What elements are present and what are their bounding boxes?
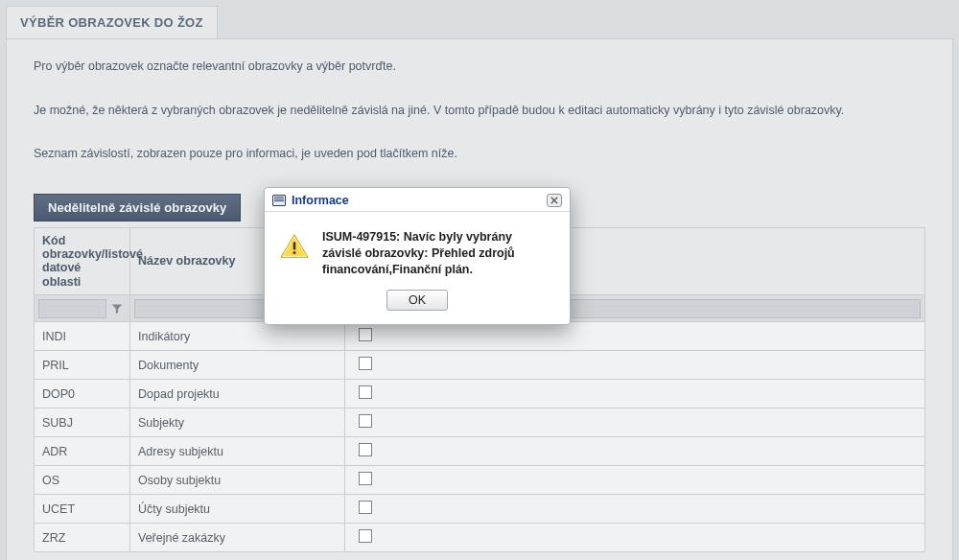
cell-code: PRIL — [35, 351, 130, 380]
cell-check — [345, 351, 925, 380]
cell-code: SUBJ — [35, 408, 130, 437]
row-checkbox[interactable] — [359, 529, 372, 543]
cell-code: DOP0 — [35, 380, 130, 408]
cell-name: Adresy subjektu — [130, 437, 345, 466]
row-checkbox[interactable] — [359, 472, 372, 485]
table-row[interactable]: UCETÚčty subjektu — [35, 495, 925, 524]
row-checkbox[interactable] — [359, 443, 372, 456]
dependent-screens-button[interactable]: Nedělitelně závislé obrazovky — [34, 194, 241, 222]
cell-check — [345, 495, 925, 524]
table-row[interactable]: ADRAdresy subjektu — [35, 437, 925, 466]
table-row[interactable]: INDIIndikátory — [35, 322, 925, 351]
table-row[interactable]: SUBJSubjekty — [35, 408, 925, 437]
cell-check — [345, 466, 925, 495]
svg-rect-0 — [293, 242, 296, 249]
table-row[interactable]: ZRZVeřejné zakázky — [35, 524, 925, 552]
cell-name: Účty subjektu — [130, 495, 345, 524]
cell-code: ADR — [35, 437, 130, 466]
cell-name: Subjekty — [130, 408, 345, 437]
table-row[interactable]: DOP0Dopad projektu — [35, 380, 925, 408]
cell-name: Dopad projektu — [130, 380, 345, 408]
dialog-ok-button[interactable]: OK — [386, 290, 448, 311]
dialog-close-button[interactable] — [547, 194, 562, 207]
cell-name: Dokumenty — [130, 351, 345, 380]
row-checkbox[interactable] — [359, 414, 372, 428]
cell-name: Veřejné zakázky — [130, 524, 345, 552]
intro-p3: Seznam závislostí, zobrazen pouze pro in… — [34, 146, 925, 163]
cell-code: UCET — [35, 495, 130, 524]
row-checkbox[interactable] — [359, 357, 372, 370]
cell-code: OS — [35, 466, 130, 495]
cell-name: Osoby subjektu — [130, 466, 345, 495]
warning-icon — [280, 233, 309, 258]
cell-code: INDI — [35, 322, 130, 351]
tab-header[interactable]: VÝBĚR OBRAZOVEK DO ŽOZ — [6, 6, 218, 38]
row-checkbox[interactable] — [359, 501, 372, 514]
cell-check — [345, 437, 925, 466]
row-checkbox[interactable] — [359, 385, 372, 399]
cell-check — [345, 408, 925, 437]
cell-check — [345, 524, 925, 552]
table-row[interactable]: OSOsoby subjektu — [35, 466, 925, 495]
filter-cell-code — [35, 295, 130, 322]
row-checkbox[interactable] — [359, 328, 372, 341]
filter-code-input[interactable] — [38, 299, 106, 318]
svg-point-1 — [293, 251, 296, 254]
cell-check — [345, 322, 925, 351]
intro-p1: Pro výběr obrazovek označte relevantní o… — [34, 58, 925, 76]
info-dialog: Informace ISUM-497915: Navíc byly vybrán… — [264, 187, 571, 325]
dialog-title: Informace — [292, 194, 541, 207]
info-icon — [272, 195, 286, 206]
funnel-icon[interactable] — [108, 299, 126, 318]
col-header-code[interactable]: Kód obrazovky/listové datové oblasti — [35, 227, 130, 295]
table-row[interactable]: PRILDokumenty — [35, 351, 925, 380]
cell-check — [345, 380, 925, 408]
cell-name: Indikátory — [130, 322, 345, 351]
dialog-message: ISUM-497915: Navíc byly vybrány závislé … — [322, 229, 554, 278]
intro-p2: Je možné, že některá z vybraných obrazov… — [34, 103, 925, 120]
cell-code: ZRZ — [35, 524, 130, 552]
